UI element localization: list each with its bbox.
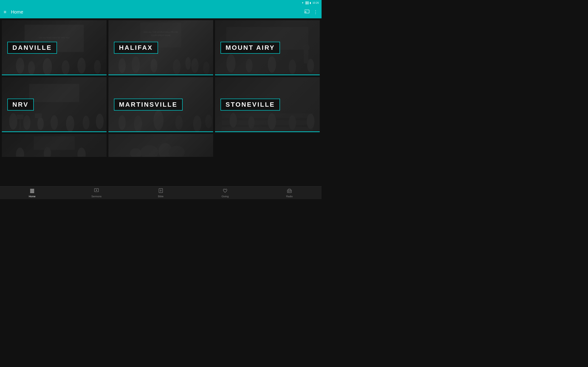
content-area: Let my heart want for only You DANVILLE	[0, 18, 321, 186]
svg-point-24	[226, 54, 236, 73]
svg-rect-70	[30, 189, 34, 190]
svg-point-25	[246, 59, 253, 73]
martinsville-card[interactable]: MARTINSVILLE	[108, 77, 213, 132]
svg-point-48	[175, 115, 183, 130]
svg-point-39	[96, 114, 104, 129]
svg-point-36	[51, 115, 58, 130]
partial-card-3-empty	[215, 134, 320, 157]
partial-card-1[interactable]	[2, 134, 107, 157]
bottom-navigation: Home Sermons Bible Giving	[0, 186, 321, 199]
giving-nav-icon	[223, 188, 228, 194]
radio-nav-icon	[287, 188, 292, 194]
danville-teal-line	[2, 75, 107, 75]
svg-point-46	[134, 116, 142, 132]
signal-icon: ▐▐	[305, 1, 309, 4]
svg-text:YOUR GREAT NAME: YOUR GREAT NAME	[151, 34, 171, 36]
svg-rect-81	[290, 191, 291, 191]
svg-rect-41	[17, 115, 23, 119]
time-display: 10:26	[312, 1, 319, 4]
svg-point-55	[229, 113, 237, 127]
battery-icon: ▮	[310, 1, 311, 4]
app-bar-actions: ⋮	[304, 9, 318, 15]
svg-rect-61	[34, 136, 75, 150]
sermons-nav-label: Sermons	[91, 195, 102, 198]
app-title: Home	[11, 9, 304, 15]
radio-nav-label: Radio	[286, 195, 293, 198]
stoneville-label: STONEVILLE	[221, 99, 280, 110]
svg-point-17	[150, 59, 157, 73]
bible-nav-icon	[158, 188, 163, 194]
svg-rect-29	[304, 50, 309, 63]
stoneville-teal-line	[215, 131, 320, 132]
partial-bg-1	[2, 134, 107, 157]
svg-point-18	[173, 59, 181, 74]
mountairy-card[interactable]: MOUNT AIRY	[215, 20, 320, 75]
svg-point-15	[119, 58, 126, 73]
svg-point-59	[307, 114, 314, 129]
partial-card-2[interactable]	[108, 134, 213, 157]
more-options-icon[interactable]: ⋮	[313, 9, 318, 15]
svg-rect-82	[290, 191, 291, 192]
svg-text:Let my heart want for only You: Let my heart want for only You	[39, 36, 69, 39]
martinsville-teal-line	[108, 131, 213, 132]
cast-icon[interactable]	[304, 9, 310, 15]
svg-rect-72	[30, 191, 34, 192]
svg-point-21	[185, 57, 191, 70]
martinsville-label: MARTINSVILLE	[114, 99, 183, 110]
svg-point-19	[191, 58, 199, 73]
svg-marker-75	[96, 190, 97, 191]
svg-point-9	[78, 58, 86, 74]
svg-rect-71	[30, 190, 34, 191]
nrv-label: NRV	[7, 99, 34, 110]
partial-row	[0, 134, 321, 157]
partial-bg-2	[108, 134, 213, 157]
mountairy-teal-line	[215, 75, 320, 75]
svg-point-5	[16, 58, 24, 74]
svg-point-20	[203, 61, 209, 74]
svg-point-33	[9, 113, 17, 130]
halifax-label: HALIFAX	[114, 42, 158, 54]
svg-point-8	[62, 60, 69, 75]
svg-text:AND ALL THE WORLD WILL PRAISE: AND ALL THE WORLD WILL PRAISE	[144, 31, 178, 33]
sermons-nav-icon	[94, 188, 99, 194]
nav-bible[interactable]: Bible	[152, 188, 170, 198]
stoneville-card[interactable]: STONEVILLE	[215, 77, 320, 132]
home-nav-icon	[30, 188, 35, 194]
nav-home[interactable]: Home	[23, 188, 41, 198]
svg-point-37	[66, 116, 74, 132]
svg-rect-73	[30, 192, 34, 193]
location-grid: Let my heart want for only You DANVILLE	[0, 18, 321, 134]
status-bar: ▾ ▐▐ ▮ 10:26	[0, 0, 321, 6]
nav-sermons[interactable]: Sermons	[87, 188, 106, 198]
nav-giving[interactable]: Giving	[216, 188, 234, 198]
svg-point-47	[153, 110, 164, 130]
svg-rect-32	[29, 84, 79, 102]
svg-point-49	[193, 116, 201, 132]
svg-point-50	[205, 115, 212, 128]
svg-point-34	[23, 115, 31, 130]
hamburger-icon[interactable]: ≡	[4, 9, 6, 15]
giving-nav-label: Giving	[221, 195, 229, 198]
svg-point-16	[132, 56, 140, 73]
bible-nav-label: Bible	[158, 195, 164, 198]
svg-rect-54	[222, 127, 313, 132]
nrv-card[interactable]: NRV	[2, 77, 107, 132]
svg-point-26	[268, 56, 276, 73]
svg-point-27	[289, 59, 296, 74]
svg-point-80	[288, 191, 289, 192]
nav-radio[interactable]: Radio	[280, 188, 299, 198]
svg-point-7	[43, 58, 52, 75]
halifax-card[interactable]: AND ALL THE WORLD WILL PRAISE YOUR GREAT…	[108, 20, 213, 75]
danville-card[interactable]: Let my heart want for only You DANVILLE	[2, 20, 107, 75]
danville-label: DANVILLE	[7, 42, 57, 54]
status-icons: ▾ ▐▐ ▮ 10:26	[302, 1, 319, 4]
svg-point-10	[94, 60, 101, 73]
svg-point-38	[83, 116, 90, 129]
svg-point-30	[303, 44, 310, 51]
svg-point-56	[248, 116, 255, 129]
mountairy-label: MOUNT AIRY	[221, 42, 280, 54]
wifi-icon: ▾	[302, 1, 303, 4]
nrv-teal-line	[2, 131, 107, 132]
svg-point-58	[289, 115, 296, 130]
svg-point-45	[119, 115, 126, 130]
